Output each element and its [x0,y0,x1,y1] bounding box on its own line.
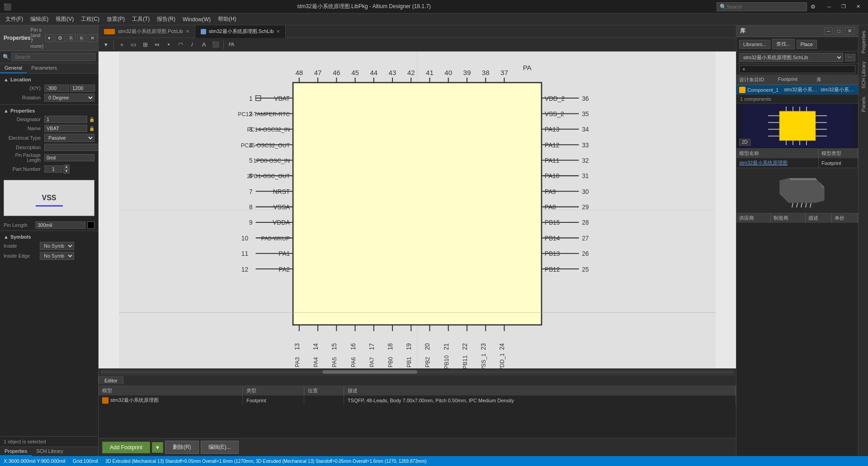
pa-toolbar-btn[interactable]: PA [226,39,237,50]
restore-button[interactable]: ❐ [837,2,850,12]
scroll-thumb[interactable] [322,370,417,374]
sidebar-panels[interactable]: Panels [859,93,868,116]
search-icon: 🔍 [720,4,726,10]
close-panel-button[interactable]: ✕ [88,34,97,42]
horizontal-scrollbar[interactable] [99,368,736,375]
settings-icon[interactable]: ⚙ [811,4,816,10]
schematic-canvas[interactable]: 48 47 46 45 44 43 42 41 40 39 38 37 [99,52,736,368]
line-toolbar-btn[interactable]: ⊞ [140,39,151,50]
top-search-box[interactable]: 🔍 [717,2,807,11]
lib-options[interactable]: ⋯ [845,54,855,61]
inside-select[interactable]: No Symb [40,242,74,250]
add-footprint-dropdown[interactable]: ▼ [152,442,163,453]
svg-text:20: 20 [424,343,431,350]
svg-text:10: 10 [241,235,249,242]
svg-text:8: 8 [249,204,253,211]
svg-text:9: 9 [249,219,253,226]
lib-selector[interactable]: stm32最小系统原理图.SchLib [739,53,843,62]
search-button[interactable]: 查找... [772,39,794,49]
library-toolbar: Libraries... 查找... Place [736,37,858,52]
inside-edge-select[interactable]: No Symb [40,252,74,260]
location-header[interactable]: ▲ Location [4,75,94,84]
properties-section-header[interactable]: ▲ Properties [4,107,94,115]
lib-search-input[interactable] [739,65,855,73]
tab-parameters[interactable]: Parameters [27,63,61,73]
place-button[interactable]: Place [797,40,817,49]
footprint-link[interactable]: stm32最小系统原理图 [739,160,788,165]
menu-window[interactable]: Window(W) [179,15,214,24]
menu-place[interactable]: 放置(P) [103,14,128,24]
arc-toolbar-btn[interactable]: ◠ [175,39,186,50]
copy-button[interactable]: ⎘ [67,34,75,42]
lib-maximize[interactable]: □ [835,28,843,35]
designator-input[interactable] [44,116,87,123]
tab-general[interactable]: General [0,63,27,73]
svg-text:2PD1-OSC_OUT: 2PD1-OSC_OUT [247,173,290,179]
lock-name[interactable]: 🔒 [89,126,94,131]
menu-view[interactable]: 视图(V) [52,14,77,24]
lib-component-row[interactable]: Component_1 stm32最小系统原理图 stm32最小系统原理 [736,85,858,95]
rect-toolbar-btn[interactable]: ▭ [128,39,139,50]
part-num-down[interactable]: ▼ [63,169,70,174]
minimize-button[interactable]: ─ [823,2,835,12]
tab-schlib[interactable]: stm32最小系统原理图.SchLib ✕ [195,25,286,38]
close-button[interactable]: ✕ [852,2,864,12]
model-section: 模型名称 模型类型 stm32最小系统原理图 Footprint [736,149,858,168]
part-num-up[interactable]: ▲ [63,165,70,169]
rotation-select[interactable]: 0 Degree 90 Degree 180 Degree 270 Degree [44,94,94,102]
img-toolbar-btn[interactable]: ⬛ [210,39,221,50]
close-schlib[interactable]: ✕ [276,29,280,34]
cell-model: stm32最小系统原理图 [99,395,243,405]
paste-button[interactable]: ⎗ [77,34,86,42]
menu-report[interactable]: 报告(R) [153,14,179,24]
pin-length-input[interactable] [35,221,85,229]
elec-type-select[interactable]: Passive Input Output Bidirectional Power [44,134,94,142]
menu-file[interactable]: 文件(F) [2,14,27,24]
name-input[interactable] [44,125,87,132]
svg-text:16: 16 [350,343,357,350]
svg-text:3: 3 [249,126,253,133]
mirror-toolbar-btn[interactable]: ⇔ [151,39,162,50]
menu-tools[interactable]: 工具(T) [128,14,153,24]
editor-tab[interactable]: Editor [99,377,123,384]
svg-text:21: 21 [443,343,450,350]
text-toolbar-btn[interactable]: A [198,39,209,50]
lib-minimize[interactable]: ─ [824,28,833,35]
close-pcblib[interactable]: ✕ [186,29,189,34]
libraries-button[interactable]: Libraries... [739,40,770,49]
symbols-header[interactable]: ▲ Symbols [4,233,94,241]
edit-button[interactable]: 编辑(E)... [201,441,239,454]
menu-help[interactable]: 帮助(H) [214,14,240,24]
model-table-row[interactable]: stm32最小系统原理图 Footprint [736,158,858,168]
settings-button[interactable]: ⚙ [55,34,65,42]
scroll-track[interactable] [100,370,734,374]
top-search-input[interactable] [726,4,804,9]
add-footprint-button[interactable]: Add Footprint [102,442,150,453]
sidebar-properties[interactable]: Properties [859,27,868,57]
pcblib-label: stm32最小系统原理图.PcbLib [118,28,183,35]
delete-button[interactable]: 删除(R) [165,441,199,454]
y-input[interactable] [70,85,95,92]
filter-button[interactable]: ▾ [45,34,53,42]
add-toolbar-btn[interactable]: ＋ [116,39,127,50]
dot-toolbar-btn[interactable]: • [163,39,174,50]
color-box[interactable] [87,221,94,229]
vss-preview: VSS [4,180,94,216]
lib-close[interactable]: ✕ [845,27,854,35]
lock-designator[interactable]: 🔒 [89,117,94,122]
tab-sch-library[interactable]: SCH Library [32,447,68,456]
filter-toolbar-btn[interactable]: ▾ [100,39,111,50]
sidebar-sch-library[interactable]: SCH Library [859,58,868,92]
svg-text:PB0: PB0 [387,357,394,367]
properties-search-input[interactable] [11,53,95,61]
tab-pcblib[interactable]: stm32最小系统原理图.PcbLib ✕ [99,25,195,38]
x-input[interactable] [44,85,69,92]
svg-text:PA11: PA11 [545,157,560,164]
line2-toolbar-btn[interactable]: / [187,39,198,50]
menu-project[interactable]: 工程(C) [77,14,103,24]
description-input[interactable] [44,144,99,151]
pin-pkg-input[interactable] [44,154,94,161]
menu-edit[interactable]: 编辑(E) [27,14,52,24]
table-row[interactable]: stm32最小系统原理图 Footprint TSQFP, 48-Leads, … [99,395,736,405]
tab-properties[interactable]: Properties [0,447,32,456]
